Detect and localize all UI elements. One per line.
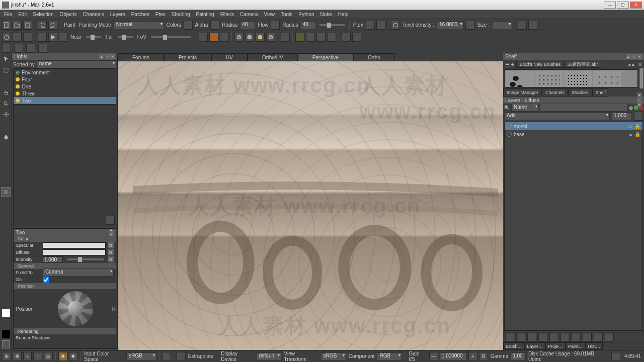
layer-merge-icon[interactable] <box>560 333 570 342</box>
size-dropdown[interactable] <box>492 21 512 29</box>
menu-nuke[interactable]: Nuke <box>318 12 334 17</box>
layer-link-icon[interactable]: ∞ <box>629 132 632 137</box>
shelf-body[interactable]: 未标题… 未标题… 未标题… 未标题… 未标题… 未标题… 未标题… 未标题… … <box>504 69 638 87</box>
layer-del-icon[interactable] <box>583 333 592 342</box>
drop-tool-icon[interactable] <box>1 132 11 142</box>
dd-dropdown[interactable]: default <box>256 352 281 360</box>
nav-home-icon[interactable] <box>199 33 208 42</box>
tab-orthouv[interactable]: Ortho/UV <box>248 53 298 61</box>
shelf-tab-brads[interactable]: Brad's New Brushes <box>516 61 564 68</box>
layer-lock-icon[interactable]: 🔒 <box>634 124 640 129</box>
menu-painting[interactable]: Painting <box>194 12 216 17</box>
filter-input[interactable] <box>540 104 628 112</box>
menu-edit[interactable]: Edit <box>16 12 29 17</box>
link-4-icon[interactable] <box>38 44 47 53</box>
light-item-two[interactable]: Two <box>14 97 116 104</box>
background-color[interactable] <box>2 330 10 338</box>
layers-float-icon[interactable]: ▫ <box>637 98 642 103</box>
ptex-tool-2-icon[interactable] <box>376 21 385 30</box>
diffuse-value[interactable] <box>43 249 106 255</box>
layers-up-icon[interactable]: ▴ <box>637 93 642 98</box>
layer-list-icon[interactable] <box>594 333 603 342</box>
search-icon[interactable]: 🔍 <box>504 105 510 111</box>
layer-row[interactable]: base∞🔒 <box>505 130 642 138</box>
eraser-tool-icon[interactable] <box>1 165 11 175</box>
brush2-tool-icon[interactable] <box>1 209 11 219</box>
eye-icon[interactable] <box>507 132 512 137</box>
shelf-scrollbar[interactable] <box>639 68 644 88</box>
btab-paint[interactable]: Paint… <box>566 342 586 350</box>
close-button[interactable]: ✕ <box>630 2 642 9</box>
eye-icon[interactable] <box>507 124 512 129</box>
flow-toggle[interactable] <box>271 21 280 30</box>
menu-objects[interactable]: Objects <box>58 12 79 17</box>
mirror-icon[interactable] <box>342 33 351 42</box>
light-4-icon[interactable] <box>266 33 275 42</box>
shelf-tab-close[interactable]: ✕ <box>636 62 644 67</box>
status-ring-icon[interactable]: ◎ <box>44 352 53 361</box>
zoom-tool-icon[interactable] <box>1 99 11 109</box>
shelf-up-icon[interactable]: ▴ <box>626 54 631 59</box>
radius-input[interactable]: 40 <box>240 21 255 29</box>
link-1-icon[interactable] <box>2 44 11 53</box>
blend-mode-dropdown[interactable]: Add <box>504 112 610 120</box>
tab-shaders[interactable]: Shaders <box>568 88 592 97</box>
status-doc-icon[interactable] <box>162 352 171 361</box>
light-3-icon[interactable] <box>256 33 265 42</box>
brush-icon[interactable] <box>38 33 47 42</box>
open-icon[interactable] <box>13 21 22 30</box>
btab-hist[interactable]: Hist… <box>586 342 603 350</box>
blend-opacity[interactable]: 1.000 <box>612 112 632 120</box>
colors-swap-icon[interactable] <box>184 21 193 30</box>
shelf-nav-right[interactable]: ▸ <box>631 62 636 67</box>
layer-new-icon[interactable] <box>505 333 514 342</box>
tab-projects[interactable]: Projects <box>164 53 211 61</box>
layer-thumb-icon[interactable] <box>605 333 614 342</box>
select-tool-icon[interactable] <box>1 54 11 64</box>
gain-input[interactable]: 1.000000 <box>440 352 467 360</box>
brush-cell[interactable]: 未标题… <box>535 71 563 87</box>
menu-filters[interactable]: Filters <box>218 12 236 17</box>
sort-dropdown[interactable]: name <box>37 60 116 68</box>
pen-tool-icon[interactable] <box>1 176 11 186</box>
nav-orbit-icon[interactable] <box>209 33 218 42</box>
minimize-button[interactable]: — <box>604 2 616 9</box>
maximize-button[interactable]: ▢ <box>617 2 629 9</box>
paint-tool-icon[interactable] <box>1 154 11 164</box>
texel-icon[interactable] <box>391 21 400 30</box>
menu-help[interactable]: Help <box>336 12 351 17</box>
panel-float-icon[interactable]: ▫ <box>105 54 110 59</box>
intensity-value[interactable]: 1.000 <box>43 256 63 262</box>
layer-adj-icon[interactable] <box>538 333 547 342</box>
secondary-color[interactable] <box>2 340 10 348</box>
tab-channels[interactable]: Channels <box>542 88 568 97</box>
specular-reset[interactable]: R <box>108 242 114 248</box>
layer-dup-icon[interactable] <box>516 333 525 342</box>
tab-ortho[interactable]: Ortho <box>353 53 395 61</box>
menu-tools[interactable]: Tools <box>279 12 294 17</box>
cube-icon[interactable] <box>2 33 11 42</box>
menu-channels[interactable]: Channels <box>80 12 106 17</box>
light-item-one[interactable]: One <box>14 83 116 90</box>
ring-tool-icon[interactable] <box>1 220 11 230</box>
light-item-three[interactable]: Three <box>14 90 116 97</box>
vt-dropdown[interactable]: sRGB <box>321 352 346 360</box>
btab-layer[interactable]: Layer… <box>525 342 546 350</box>
layer-row[interactable]: moshi⚠🔒 <box>505 122 642 130</box>
filter-dot-1[interactable] <box>634 106 638 110</box>
play-icon[interactable] <box>48 33 57 42</box>
transform-tool-icon[interactable] <box>1 121 11 131</box>
filter-clear-icon[interactable]: ⊗ <box>629 105 633 111</box>
light-1-icon[interactable] <box>234 33 244 42</box>
brush-cell[interactable]: 未标题… <box>506 71 534 87</box>
lasso-tool-icon[interactable] <box>1 76 11 86</box>
gain-up-icon[interactable]: + <box>468 352 477 361</box>
far-slider[interactable] <box>118 36 133 38</box>
gain-down-icon[interactable]: — <box>429 352 438 361</box>
menu-selection[interactable]: Selection <box>31 12 55 17</box>
status-gear2-icon[interactable]: ✹ <box>69 352 78 361</box>
status-sel-icon[interactable]: ○ <box>33 352 42 361</box>
shelf-float-icon[interactable]: ▫ <box>631 54 636 59</box>
snap-1-icon[interactable] <box>295 33 304 42</box>
comp-dropdown[interactable]: RGB <box>377 352 402 360</box>
